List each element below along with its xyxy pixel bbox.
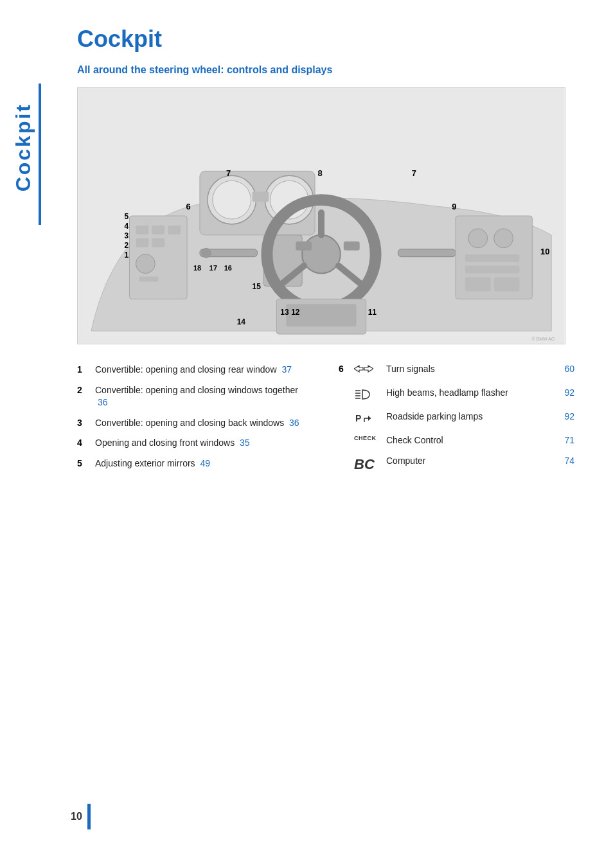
- right-item-high-beams: High beams, headlamp flasher 92: [354, 387, 574, 401]
- svg-rect-14: [344, 242, 360, 251]
- svg-text:6: 6: [186, 202, 190, 211]
- svg-text:16: 16: [224, 264, 232, 272]
- svg-text:10: 10: [540, 247, 549, 256]
- svg-marker-55: [354, 366, 363, 372]
- svg-text:8: 8: [317, 168, 322, 178]
- list-item: 4 Opening and closing front windows 35: [77, 437, 313, 450]
- left-column: 1 Convertible: opening and closing rear …: [77, 364, 313, 492]
- svg-point-9: [302, 235, 341, 274]
- parking-lamps-icon: P: [354, 411, 386, 425]
- item-4-page: 35: [240, 438, 250, 448]
- item-5-num: 5: [77, 457, 90, 470]
- svg-point-34: [201, 248, 211, 258]
- item-2-num: 2: [77, 384, 90, 409]
- cockpit-image: 8 7 7 6 9 10 5 4 3 2 1 18 17 16 15 13 12: [77, 87, 565, 344]
- svg-text:7: 7: [226, 168, 231, 178]
- computer-label: Computer: [386, 456, 562, 466]
- right-item-computer: BC Computer 74: [354, 456, 574, 473]
- bc-text: BC: [354, 456, 375, 473]
- svg-rect-20: [136, 226, 148, 235]
- svg-rect-23: [136, 238, 148, 247]
- item-2-text: Convertible: opening and closing windows…: [95, 385, 298, 395]
- svg-point-28: [468, 229, 488, 248]
- svg-point-25: [136, 254, 155, 274]
- check-control-label: Check Control: [386, 435, 562, 445]
- svg-text:2: 2: [125, 241, 129, 250]
- svg-marker-63: [368, 416, 371, 421]
- svg-text:1: 1: [125, 251, 129, 260]
- svg-point-29: [494, 229, 513, 248]
- right-item-turn-signals: Turn signals 60: [354, 364, 574, 377]
- item-3-text: Convertible: opening and closing back wi…: [95, 418, 284, 428]
- right-column: 6 Turn signals 60: [339, 364, 574, 492]
- check-control-icon: CHECK: [354, 435, 386, 441]
- page-footer: 10: [71, 804, 91, 829]
- svg-rect-31: [465, 266, 520, 274]
- svg-marker-56: [364, 366, 373, 372]
- svg-text:© BMW AG: © BMW AG: [532, 337, 555, 341]
- item-1-page: 37: [281, 364, 292, 375]
- list-item: 2 Convertible: opening and closing windo…: [77, 384, 313, 409]
- item-5-text: Adjusting exterior mirrors: [95, 458, 195, 468]
- svg-rect-30: [465, 254, 520, 262]
- svg-text:7: 7: [412, 168, 416, 178]
- svg-text:18: 18: [193, 264, 201, 272]
- list-item: 5 Adjusting exterior mirrors 49: [77, 457, 313, 470]
- svg-rect-32: [465, 278, 491, 292]
- list-item: 1 Convertible: opening and closing rear …: [77, 364, 313, 376]
- check-control-page: 71: [564, 435, 574, 445]
- svg-text:5: 5: [125, 212, 129, 221]
- bc-icon: BC: [354, 456, 386, 473]
- svg-text:14: 14: [237, 317, 246, 326]
- side-accent: [39, 84, 41, 225]
- svg-text:17: 17: [209, 264, 217, 272]
- check-text: CHECK: [354, 436, 377, 441]
- svg-point-3: [213, 181, 251, 219]
- page-bar: [87, 804, 91, 829]
- right-section-header: 6 Turn signals 60: [339, 364, 574, 483]
- high-beams-page: 92: [564, 387, 574, 398]
- svg-text:9: 9: [452, 202, 456, 211]
- turn-signals-page: 60: [564, 364, 574, 374]
- parking-lamps-label: Roadside parking lamps: [386, 411, 562, 421]
- svg-text:15: 15: [253, 282, 262, 291]
- svg-rect-26: [139, 277, 158, 282]
- svg-text:4: 4: [125, 222, 129, 231]
- right-section-num: 6: [339, 364, 350, 374]
- cockpit-svg: 8 7 7 6 9 10 5 4 3 2 1 18 17 16 15 13 12: [78, 88, 565, 344]
- right-items-group: Turn signals 60: [354, 364, 574, 483]
- parking-lamps-page: 92: [564, 411, 574, 421]
- svg-rect-13: [296, 242, 312, 251]
- svg-rect-16: [398, 249, 456, 257]
- turn-signals-icon: [354, 364, 386, 377]
- list-item: 3 Convertible: opening and closing back …: [77, 417, 313, 430]
- item-5-page: 49: [200, 458, 211, 468]
- svg-text:3: 3: [125, 231, 129, 240]
- item-1-num: 1: [77, 364, 90, 376]
- section-subtitle: All around the steering wheel: controls …: [77, 64, 574, 76]
- item-1-text: Convertible: opening and closing rear wi…: [95, 364, 277, 375]
- svg-rect-6: [253, 191, 269, 202]
- item-3-num: 3: [77, 417, 90, 430]
- computer-page: 74: [564, 456, 574, 466]
- svg-text:P: P: [355, 413, 361, 423]
- svg-rect-33: [494, 278, 520, 292]
- sidebar-label: Cockpit: [12, 103, 35, 191]
- svg-rect-21: [152, 226, 164, 235]
- item-3-page: 36: [289, 418, 299, 428]
- svg-text:12: 12: [291, 308, 300, 317]
- svg-text:11: 11: [368, 308, 377, 317]
- page-container: Cockpit Cockpit All around the steering …: [0, 0, 613, 868]
- right-item-check-control: CHECK Check Control 71: [354, 435, 574, 445]
- right-item-parking-lamps: P Roadside parking lamps 92: [354, 411, 574, 425]
- svg-rect-22: [168, 226, 181, 235]
- svg-text:13: 13: [280, 308, 289, 317]
- turn-signals-label: Turn signals: [386, 364, 562, 374]
- item-4-num: 4: [77, 437, 90, 450]
- page-number: 10: [71, 811, 82, 822]
- svg-rect-24: [152, 238, 164, 247]
- item-4-text: Opening and closing front windows: [95, 438, 235, 448]
- high-beams-label: High beams, headlamp flasher: [386, 387, 562, 398]
- content-columns: 1 Convertible: opening and closing rear …: [77, 364, 574, 492]
- item-2-page: 36: [98, 397, 108, 407]
